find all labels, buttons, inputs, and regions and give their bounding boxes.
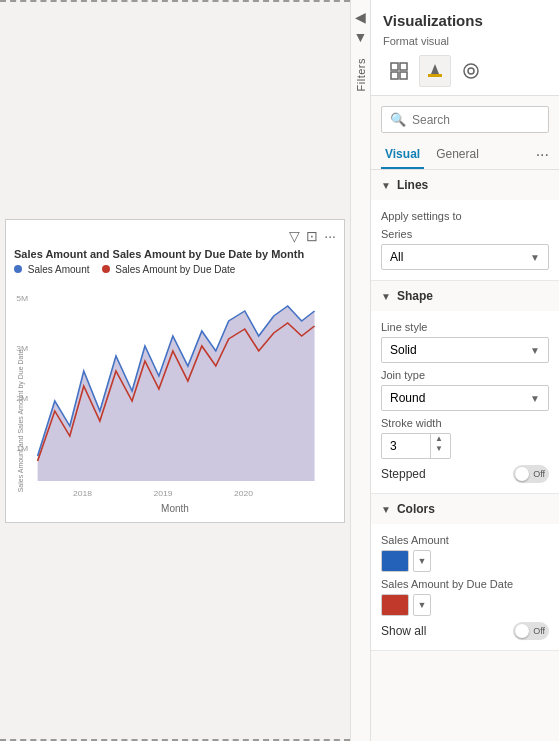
series-select-value: All <box>390 250 403 264</box>
svg-text:5M: 5M <box>16 293 28 303</box>
series-label: Series <box>381 228 549 240</box>
search-icon: 🔍 <box>390 112 406 127</box>
chart-area: 5M 3M 2M 1M 2018 2019 2020 Sales Amount … <box>14 281 336 501</box>
series1-color-swatch[interactable] <box>381 550 409 572</box>
lines-section-body: Apply settings to Series All ▼ <box>371 200 559 280</box>
shape-section-header[interactable]: ▼ Shape <box>371 281 559 311</box>
stroke-width-label: Stroke width <box>381 417 549 429</box>
series1-color-label: Sales Amount <box>381 534 549 546</box>
stroke-width-input[interactable] <box>382 434 430 458</box>
chart-container: ▽ ⊡ ··· Sales Amount and Sales Amount by… <box>5 219 345 523</box>
chart-legend: Sales Amount Sales Amount by Due Date <box>14 264 336 275</box>
format-icon-btn[interactable] <box>419 55 451 87</box>
colors-chevron-icon: ▼ <box>381 504 391 515</box>
search-input[interactable] <box>412 113 540 127</box>
series1-color-row: ▼ <box>381 550 549 572</box>
svg-rect-9 <box>400 63 407 70</box>
expand-icon[interactable]: ⊡ <box>306 228 318 244</box>
dotted-border-top <box>0 0 350 8</box>
filters-label[interactable]: Filters <box>355 58 367 91</box>
series-select-chevron-icon: ▼ <box>530 252 540 263</box>
area-fill <box>38 306 315 481</box>
svg-text:2020: 2020 <box>234 488 253 498</box>
filter-icon[interactable]: ▽ <box>289 228 300 244</box>
shape-section-body: Line style Solid ▼ Join type Round ▼ Str… <box>371 311 559 493</box>
tab-visual[interactable]: Visual <box>381 141 424 169</box>
more-icon[interactable]: ··· <box>324 228 336 244</box>
tab-general[interactable]: General <box>432 141 483 169</box>
chart-svg: 5M 3M 2M 1M 2018 2019 2020 Sales Amount … <box>14 281 336 501</box>
viz-icons-row <box>383 55 547 87</box>
stepped-toggle[interactable]: Off <box>513 465 549 483</box>
series2-color-swatch[interactable] <box>381 594 409 616</box>
collapse-left-arrow[interactable]: ◀ <box>355 10 366 24</box>
show-all-label: Show all <box>381 624 426 638</box>
viz-header: Visualizations Format visual <box>371 0 559 96</box>
legend-dot-2 <box>102 265 110 273</box>
toggle-knob <box>515 467 529 481</box>
dotted-border-bottom <box>0 733 350 741</box>
legend-dot-1 <box>14 265 22 273</box>
series2-color-row: ▼ <box>381 594 549 616</box>
stroke-width-up-btn[interactable]: ▲ <box>431 434 447 444</box>
lines-section: ▼ Lines Apply settings to Series All ▼ <box>371 170 559 281</box>
shape-chevron-icon: ▼ <box>381 291 391 302</box>
format-icon <box>426 62 444 80</box>
stepped-toggle-row: Stepped Off <box>381 465 549 483</box>
join-type-value: Round <box>390 391 425 405</box>
collapse-down-arrow[interactable]: ▼ <box>354 30 368 44</box>
series-select[interactable]: All ▼ <box>381 244 549 270</box>
right-panel-wrapper: ◀ ▼ Filters Visualizations Format visual <box>350 0 559 741</box>
show-all-toggle[interactable]: Off <box>513 622 549 640</box>
panel-title: Visualizations <box>383 12 547 29</box>
svg-point-13 <box>464 64 478 78</box>
svg-rect-12 <box>428 74 442 77</box>
chart-toolbar: ▽ ⊡ ··· <box>14 228 336 244</box>
apply-settings-label: Apply settings to <box>381 210 549 222</box>
svg-rect-11 <box>400 72 407 79</box>
svg-text:2019: 2019 <box>154 488 173 498</box>
join-type-label: Join type <box>381 369 549 381</box>
analytics-icon-btn[interactable] <box>455 55 487 87</box>
svg-text:2018: 2018 <box>73 488 92 498</box>
colors-section: ▼ Colors Sales Amount ▼ Sales Amount by … <box>371 494 559 651</box>
series2-color-label: Sales Amount by Due Date <box>381 578 549 590</box>
shape-section-label: Shape <box>397 289 433 303</box>
lines-chevron-icon: ▼ <box>381 180 391 191</box>
lines-section-header[interactable]: ▼ Lines <box>371 170 559 200</box>
panel-scroll: 🔍 Visual General ··· ▼ Lines Apply setti… <box>371 96 559 741</box>
filters-tab: ◀ ▼ Filters <box>350 0 370 741</box>
svg-rect-10 <box>391 72 398 79</box>
colors-section-label: Colors <box>397 502 435 516</box>
legend-item-2: Sales Amount by Due Date <box>102 264 236 275</box>
tab-more-btn[interactable]: ··· <box>536 146 549 164</box>
join-type-select[interactable]: Round ▼ <box>381 385 549 411</box>
stepped-label: Stepped <box>381 467 426 481</box>
series1-color-dropdown-btn[interactable]: ▼ <box>413 550 431 572</box>
series2-color-dropdown-btn[interactable]: ▼ <box>413 594 431 616</box>
fields-icon-btn[interactable] <box>383 55 415 87</box>
show-all-toggle-knob <box>515 624 529 638</box>
format-visual-label: Format visual <box>383 35 547 47</box>
chart-panel: ▽ ⊡ ··· Sales Amount and Sales Amount by… <box>0 0 350 741</box>
stroke-width-down-btn[interactable]: ▼ <box>431 444 447 454</box>
visualizations-panel: Visualizations Format visual <box>370 0 559 741</box>
line-style-select[interactable]: Solid ▼ <box>381 337 549 363</box>
colors-section-body: Sales Amount ▼ Sales Amount by Due Date … <box>371 524 559 650</box>
search-box: 🔍 <box>381 106 549 133</box>
line-style-value: Solid <box>390 343 417 357</box>
colors-section-header[interactable]: ▼ Colors <box>371 494 559 524</box>
analytics-icon <box>462 62 480 80</box>
line-style-label: Line style <box>381 321 549 333</box>
show-all-toggle-row: Show all Off <box>381 622 549 640</box>
stroke-width-spinner: ▲ ▼ <box>430 434 447 458</box>
stepped-toggle-value: Off <box>533 469 545 479</box>
x-axis-label: Month <box>14 503 336 514</box>
fields-icon <box>390 62 408 80</box>
show-all-toggle-value: Off <box>533 626 545 636</box>
shape-section: ▼ Shape Line style Solid ▼ Join type Rou… <box>371 281 559 494</box>
join-type-chevron-icon: ▼ <box>530 393 540 404</box>
legend-item-1: Sales Amount <box>14 264 90 275</box>
line-style-chevron-icon: ▼ <box>530 345 540 356</box>
svg-point-14 <box>468 68 474 74</box>
